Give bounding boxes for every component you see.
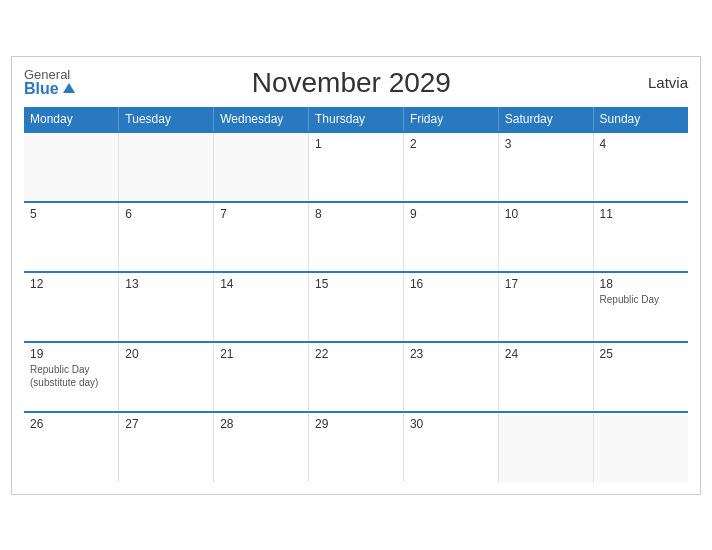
calendar-container: General Blue November 2029 Latvia Monday…	[11, 56, 701, 495]
day-number: 19	[30, 347, 112, 361]
calendar-table: MondayTuesdayWednesdayThursdayFridaySatu…	[24, 107, 688, 482]
calendar-day-cell: 30	[403, 412, 498, 482]
day-number: 24	[505, 347, 587, 361]
weekday-header-row: MondayTuesdayWednesdayThursdayFridaySatu…	[24, 107, 688, 132]
calendar-day-cell: 21	[214, 342, 309, 412]
day-number: 3	[505, 137, 587, 151]
day-number: 1	[315, 137, 397, 151]
day-number: 12	[30, 277, 112, 291]
logo-blue-text: Blue	[24, 81, 75, 97]
holiday-label: Republic Day (substitute day)	[30, 363, 112, 389]
day-number: 16	[410, 277, 492, 291]
calendar-day-cell: 20	[119, 342, 214, 412]
calendar-day-cell: 27	[119, 412, 214, 482]
calendar-week-row: 2627282930	[24, 412, 688, 482]
calendar-day-cell: 14	[214, 272, 309, 342]
day-number: 30	[410, 417, 492, 431]
country-label: Latvia	[628, 74, 688, 91]
calendar-day-cell: 17	[498, 272, 593, 342]
calendar-day-cell: 19Republic Day (substitute day)	[24, 342, 119, 412]
calendar-day-cell: 18Republic Day	[593, 272, 688, 342]
day-number: 2	[410, 137, 492, 151]
weekday-header: Thursday	[309, 107, 404, 132]
calendar-day-cell	[593, 412, 688, 482]
calendar-day-cell: 2	[403, 132, 498, 202]
weekday-header: Wednesday	[214, 107, 309, 132]
weekday-header: Friday	[403, 107, 498, 132]
calendar-day-cell: 28	[214, 412, 309, 482]
calendar-week-row: 567891011	[24, 202, 688, 272]
day-number: 4	[600, 137, 682, 151]
day-number: 23	[410, 347, 492, 361]
day-number: 18	[600, 277, 682, 291]
weekday-header: Sunday	[593, 107, 688, 132]
calendar-day-cell: 9	[403, 202, 498, 272]
calendar-day-cell: 5	[24, 202, 119, 272]
weekday-header: Saturday	[498, 107, 593, 132]
day-number: 5	[30, 207, 112, 221]
day-number: 20	[125, 347, 207, 361]
holiday-label: Republic Day	[600, 293, 682, 306]
calendar-day-cell: 24	[498, 342, 593, 412]
calendar-day-cell: 7	[214, 202, 309, 272]
calendar-day-cell: 13	[119, 272, 214, 342]
logo: General Blue	[24, 68, 75, 97]
calendar-day-cell: 11	[593, 202, 688, 272]
calendar-day-cell	[498, 412, 593, 482]
calendar-day-cell: 12	[24, 272, 119, 342]
day-number: 13	[125, 277, 207, 291]
calendar-day-cell: 6	[119, 202, 214, 272]
calendar-day-cell: 1	[309, 132, 404, 202]
day-number: 29	[315, 417, 397, 431]
weekday-header: Tuesday	[119, 107, 214, 132]
day-number: 8	[315, 207, 397, 221]
day-number: 6	[125, 207, 207, 221]
calendar-day-cell: 22	[309, 342, 404, 412]
calendar-week-row: 19Republic Day (substitute day)202122232…	[24, 342, 688, 412]
calendar-day-cell: 29	[309, 412, 404, 482]
calendar-day-cell: 26	[24, 412, 119, 482]
calendar-week-row: 1234	[24, 132, 688, 202]
calendar-day-cell: 3	[498, 132, 593, 202]
calendar-day-cell	[214, 132, 309, 202]
day-number: 21	[220, 347, 302, 361]
day-number: 7	[220, 207, 302, 221]
day-number: 26	[30, 417, 112, 431]
day-number: 14	[220, 277, 302, 291]
calendar-day-cell: 10	[498, 202, 593, 272]
calendar-day-cell: 25	[593, 342, 688, 412]
day-number: 28	[220, 417, 302, 431]
day-number: 10	[505, 207, 587, 221]
calendar-day-cell: 15	[309, 272, 404, 342]
day-number: 11	[600, 207, 682, 221]
logo-triangle-icon	[63, 83, 75, 93]
calendar-day-cell	[24, 132, 119, 202]
calendar-week-row: 12131415161718Republic Day	[24, 272, 688, 342]
calendar-title: November 2029	[252, 67, 451, 99]
calendar-header: General Blue November 2029 Latvia	[24, 67, 688, 99]
calendar-day-cell: 16	[403, 272, 498, 342]
day-number: 15	[315, 277, 397, 291]
calendar-day-cell: 8	[309, 202, 404, 272]
day-number: 22	[315, 347, 397, 361]
day-number: 17	[505, 277, 587, 291]
calendar-day-cell: 4	[593, 132, 688, 202]
calendar-day-cell: 23	[403, 342, 498, 412]
weekday-header: Monday	[24, 107, 119, 132]
day-number: 27	[125, 417, 207, 431]
day-number: 9	[410, 207, 492, 221]
calendar-day-cell	[119, 132, 214, 202]
day-number: 25	[600, 347, 682, 361]
